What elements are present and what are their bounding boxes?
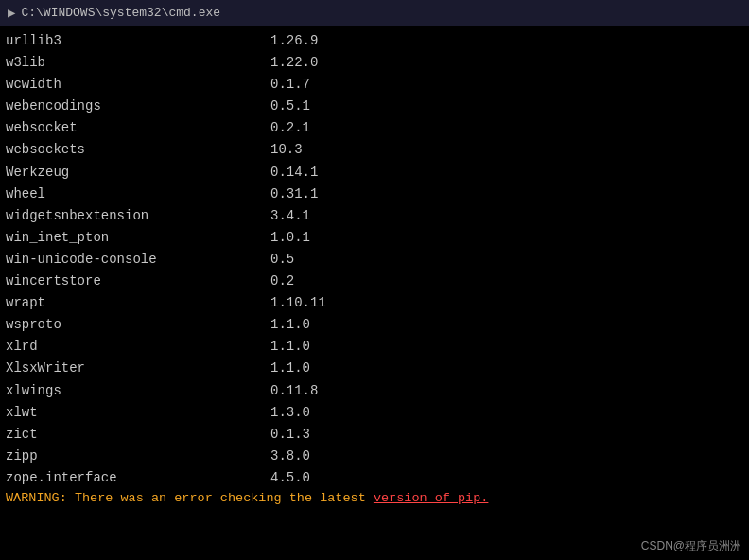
pkg-name: wrapt [6,292,270,314]
pkg-version: 10.3 [270,139,303,161]
pkg-name: xlwt [6,402,270,424]
pkg-version: 3.8.0 [270,446,310,467]
list-item: Werkzeug0.14.1 [6,162,743,184]
pkg-version: 1.0.1 [270,227,310,249]
pkg-name: widgetsnbextension [6,205,270,227]
list-item: widgetsnbextension3.4.1 [6,205,743,227]
pkg-version: 0.5 [270,249,294,271]
list-item: win_inet_pton1.0.1 [6,227,743,249]
pkg-name: zict [6,424,270,446]
package-list: urllib31.26.9w3lib1.22.0wcwidth0.1.7webe… [6,30,743,489]
cmd-icon: ▶ [8,5,15,21]
pkg-version: 0.31.1 [270,184,318,205]
list-item: win-unicode-console0.5 [6,249,743,271]
watermark: CSDN@程序员洲洲 [641,538,741,554]
list-item: w3lib1.22.0 [6,52,743,74]
pkg-version: 0.2.1 [270,117,310,139]
pkg-name: websockets [6,139,270,161]
pkg-name: zipp [6,446,270,467]
pkg-name: xlrd [6,336,270,358]
pkg-name: win_inet_pton [6,227,270,249]
pkg-name: Werkzeug [6,162,270,184]
pkg-version: 0.1.3 [270,424,310,446]
pkg-version: 1.1.0 [270,358,310,379]
pkg-version: 3.4.1 [270,205,310,227]
pkg-name: wcwidth [6,74,270,96]
warning-line: WARNING: There was an error checking the… [6,491,743,505]
pkg-version: 0.2 [270,271,294,292]
pkg-version: 0.14.1 [270,162,318,184]
pkg-version: 1.22.0 [270,52,318,74]
pkg-name: w3lib [6,52,270,74]
title-bar-text: C:\WINDOWS\system32\cmd.exe [21,6,220,20]
pkg-version: 1.3.0 [270,402,310,424]
pkg-name: wsproto [6,314,270,336]
pkg-version: 1.26.9 [270,30,318,52]
list-item: wcwidth0.1.7 [6,74,743,96]
pkg-version: 0.1.7 [270,74,310,96]
list-item: urllib31.26.9 [6,30,743,52]
pkg-name: webencodings [6,96,270,117]
list-item: xlwings0.11.8 [6,380,743,402]
pkg-version: 1.10.11 [270,292,326,314]
list-item: zict0.1.3 [6,424,743,446]
title-bar: ▶ C:\WINDOWS\system32\cmd.exe [0,0,749,26]
pkg-version: 0.5.1 [270,96,310,117]
list-item: websockets10.3 [6,139,743,161]
list-item: wheel0.31.1 [6,184,743,205]
pkg-name: xlwings [6,380,270,402]
pkg-name: wincertstore [6,271,270,292]
list-item: XlsxWriter1.1.0 [6,358,743,379]
list-item: zipp3.8.0 [6,446,743,467]
pkg-name: websocket [6,117,270,139]
list-item: xlrd1.1.0 [6,336,743,358]
pkg-version: 1.1.0 [270,336,310,358]
pkg-version: 4.5.0 [270,467,310,489]
pkg-name: XlsxWriter [6,358,270,379]
list-item: webencodings0.5.1 [6,96,743,117]
pkg-name: win-unicode-console [6,249,270,271]
list-item: wrapt1.10.11 [6,292,743,314]
pkg-name: zope.interface [6,467,270,489]
warning-highlight: version of pip. [374,491,489,505]
list-item: websocket0.2.1 [6,117,743,139]
list-item: wincertstore0.2 [6,271,743,292]
pkg-version: 0.11.8 [270,380,318,402]
list-item: wsproto1.1.0 [6,314,743,336]
list-item: zope.interface4.5.0 [6,467,743,489]
pkg-version: 1.1.0 [270,314,310,336]
list-item: xlwt1.3.0 [6,402,743,424]
terminal-body: urllib31.26.9w3lib1.22.0wcwidth0.1.7webe… [0,26,749,560]
pkg-name: urllib3 [6,30,270,52]
pkg-name: wheel [6,184,270,205]
